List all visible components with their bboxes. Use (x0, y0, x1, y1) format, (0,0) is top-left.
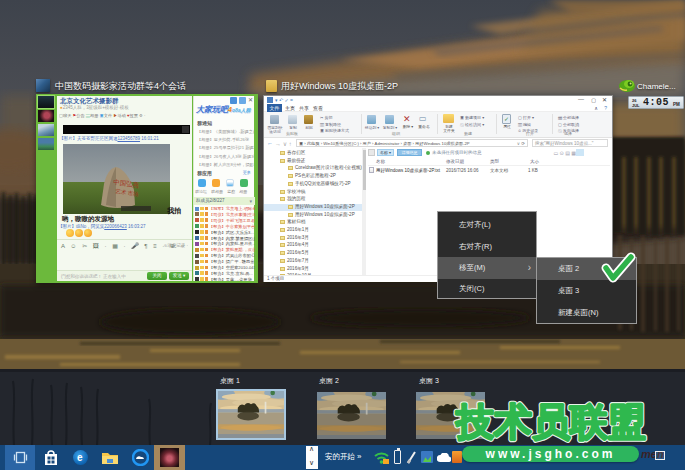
svg-text:技术员联盟: 技术员联盟 (454, 401, 646, 443)
